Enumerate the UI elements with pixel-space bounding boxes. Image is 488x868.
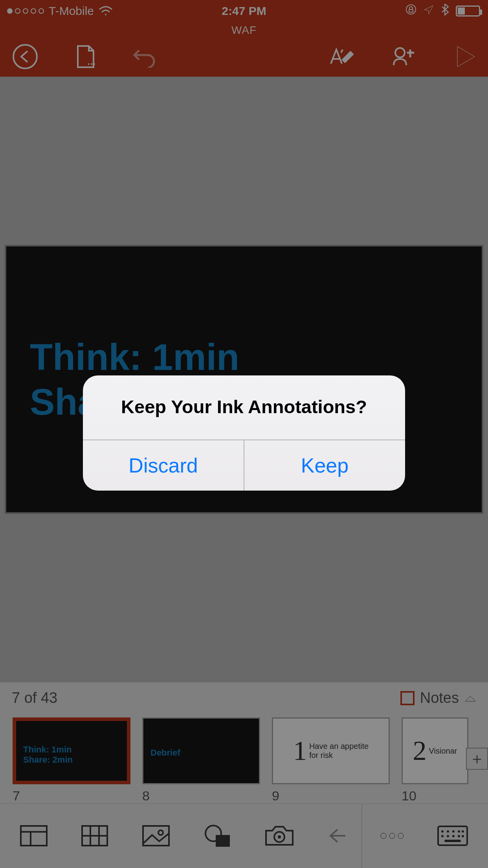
keep-button[interactable]: Keep <box>244 440 405 491</box>
alert-title: Keep Your Ink Annotations? <box>83 375 405 440</box>
discard-button[interactable]: Discard <box>83 440 244 491</box>
ink-annotations-alert: Keep Your Ink Annotations? Discard Keep <box>83 375 405 491</box>
